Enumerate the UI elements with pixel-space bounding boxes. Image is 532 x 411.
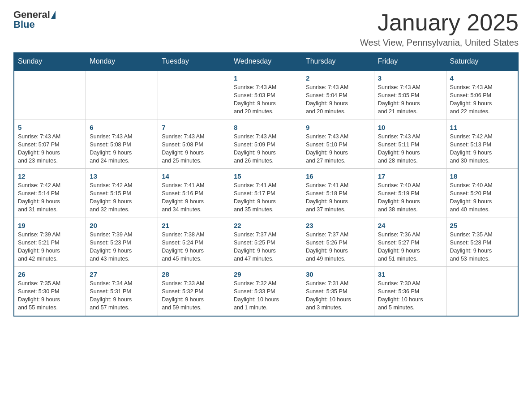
- day-info: Sunrise: 7:32 AMSunset: 5:33 PMDaylight:…: [234, 279, 298, 312]
- day-number: 28: [162, 270, 226, 278]
- day-of-week-header: Friday: [374, 53, 446, 71]
- day-info: Sunrise: 7:43 AMSunset: 5:05 PMDaylight:…: [378, 83, 442, 116]
- day-number: 1: [234, 74, 298, 82]
- calendar-day-cell: 27Sunrise: 7:34 AMSunset: 5:31 PMDayligh…: [86, 267, 158, 316]
- calendar-title: January 2025: [360, 9, 519, 36]
- day-info: Sunrise: 7:37 AMSunset: 5:25 PMDaylight:…: [234, 231, 298, 263]
- calendar-day-cell: [86, 70, 158, 120]
- logo: General Blue: [13, 9, 56, 30]
- calendar-day-cell: 15Sunrise: 7:41 AMSunset: 5:17 PMDayligh…: [230, 169, 302, 218]
- day-number: 9: [306, 124, 370, 131]
- day-number: 18: [450, 172, 514, 180]
- calendar-day-cell: 28Sunrise: 7:33 AMSunset: 5:32 PMDayligh…: [158, 267, 230, 316]
- day-number: 15: [234, 172, 298, 180]
- day-number: 5: [18, 124, 82, 131]
- day-of-week-header: Saturday: [446, 53, 518, 71]
- day-number: 10: [378, 124, 442, 131]
- day-number: 8: [234, 124, 298, 131]
- calendar-day-cell: 3Sunrise: 7:43 AMSunset: 5:05 PMDaylight…: [374, 70, 446, 120]
- calendar-day-cell: 4Sunrise: 7:43 AMSunset: 5:06 PMDaylight…: [446, 70, 518, 120]
- calendar-day-cell: [446, 267, 518, 316]
- day-info: Sunrise: 7:43 AMSunset: 5:08 PMDaylight:…: [162, 133, 226, 165]
- day-number: 31: [378, 270, 442, 278]
- calendar-day-cell: 25Sunrise: 7:35 AMSunset: 5:28 PMDayligh…: [446, 218, 518, 267]
- calendar-day-cell: 19Sunrise: 7:39 AMSunset: 5:21 PMDayligh…: [14, 218, 86, 267]
- day-info: Sunrise: 7:36 AMSunset: 5:27 PMDaylight:…: [378, 231, 442, 263]
- calendar-day-cell: 8Sunrise: 7:43 AMSunset: 5:09 PMDaylight…: [230, 120, 302, 169]
- day-number: 19: [18, 222, 82, 229]
- logo-blue-text: Blue: [13, 19, 35, 30]
- day-number: 13: [90, 172, 154, 180]
- day-number: 23: [306, 222, 370, 229]
- calendar-week-row: 12Sunrise: 7:42 AMSunset: 5:14 PMDayligh…: [14, 169, 518, 218]
- day-info: Sunrise: 7:42 AMSunset: 5:13 PMDaylight:…: [450, 133, 514, 165]
- calendar-day-cell: 30Sunrise: 7:31 AMSunset: 5:35 PMDayligh…: [302, 267, 374, 316]
- calendar-day-cell: 5Sunrise: 7:43 AMSunset: 5:07 PMDaylight…: [14, 120, 86, 169]
- title-area: January 2025 West View, Pennsylvania, Un…: [360, 9, 519, 48]
- page-header: General Blue January 2025 West View, Pen…: [13, 9, 519, 48]
- day-of-week-header: Monday: [86, 53, 158, 71]
- calendar-day-cell: 17Sunrise: 7:40 AMSunset: 5:19 PMDayligh…: [374, 169, 446, 218]
- day-of-week-header: Wednesday: [230, 53, 302, 71]
- day-number: 14: [162, 172, 226, 180]
- calendar-day-cell: 23Sunrise: 7:37 AMSunset: 5:26 PMDayligh…: [302, 218, 374, 267]
- calendar-day-cell: 12Sunrise: 7:42 AMSunset: 5:14 PMDayligh…: [14, 169, 86, 218]
- calendar-day-cell: 31Sunrise: 7:30 AMSunset: 5:36 PMDayligh…: [374, 267, 446, 316]
- day-info: Sunrise: 7:43 AMSunset: 5:11 PMDaylight:…: [378, 133, 442, 165]
- calendar-header-row: SundayMondayTuesdayWednesdayThursdayFrid…: [14, 53, 518, 71]
- day-number: 17: [378, 172, 442, 180]
- calendar-subtitle: West View, Pennsylvania, United States: [360, 38, 519, 48]
- calendar-day-cell: 7Sunrise: 7:43 AMSunset: 5:08 PMDaylight…: [158, 120, 230, 169]
- day-number: 2: [306, 74, 370, 82]
- day-info: Sunrise: 7:41 AMSunset: 5:16 PMDaylight:…: [162, 181, 226, 214]
- day-number: 11: [450, 124, 514, 131]
- day-number: 3: [378, 74, 442, 82]
- day-info: Sunrise: 7:43 AMSunset: 5:06 PMDaylight:…: [450, 83, 514, 116]
- day-number: 25: [450, 222, 514, 229]
- day-info: Sunrise: 7:39 AMSunset: 5:21 PMDaylight:…: [18, 231, 82, 263]
- day-info: Sunrise: 7:34 AMSunset: 5:31 PMDaylight:…: [90, 279, 154, 312]
- day-number: 24: [378, 222, 442, 229]
- calendar-day-cell: 14Sunrise: 7:41 AMSunset: 5:16 PMDayligh…: [158, 169, 230, 218]
- day-number: 30: [306, 270, 370, 278]
- day-info: Sunrise: 7:31 AMSunset: 5:35 PMDaylight:…: [306, 279, 370, 312]
- day-info: Sunrise: 7:37 AMSunset: 5:26 PMDaylight:…: [306, 231, 370, 263]
- day-number: 12: [18, 172, 82, 180]
- calendar-day-cell: 21Sunrise: 7:38 AMSunset: 5:24 PMDayligh…: [158, 218, 230, 267]
- day-info: Sunrise: 7:33 AMSunset: 5:32 PMDaylight:…: [162, 279, 226, 312]
- calendar-day-cell: 20Sunrise: 7:39 AMSunset: 5:23 PMDayligh…: [86, 218, 158, 267]
- day-number: 29: [234, 270, 298, 278]
- calendar-day-cell: 22Sunrise: 7:37 AMSunset: 5:25 PMDayligh…: [230, 218, 302, 267]
- calendar-day-cell: 18Sunrise: 7:40 AMSunset: 5:20 PMDayligh…: [446, 169, 518, 218]
- day-info: Sunrise: 7:43 AMSunset: 5:07 PMDaylight:…: [18, 133, 82, 165]
- calendar-week-row: 19Sunrise: 7:39 AMSunset: 5:21 PMDayligh…: [14, 218, 518, 267]
- calendar-day-cell: [158, 70, 230, 120]
- logo-triangle-icon: [51, 11, 56, 19]
- calendar-day-cell: 26Sunrise: 7:35 AMSunset: 5:30 PMDayligh…: [14, 267, 86, 316]
- calendar-day-cell: 11Sunrise: 7:42 AMSunset: 5:13 PMDayligh…: [446, 120, 518, 169]
- calendar-table: SundayMondayTuesdayWednesdayThursdayFrid…: [13, 52, 519, 317]
- calendar-day-cell: 24Sunrise: 7:36 AMSunset: 5:27 PMDayligh…: [374, 218, 446, 267]
- day-number: 26: [18, 270, 82, 278]
- day-number: 27: [90, 270, 154, 278]
- day-info: Sunrise: 7:43 AMSunset: 5:08 PMDaylight:…: [90, 133, 154, 165]
- day-info: Sunrise: 7:43 AMSunset: 5:04 PMDaylight:…: [306, 83, 370, 116]
- day-number: 16: [306, 172, 370, 180]
- calendar-day-cell: 16Sunrise: 7:41 AMSunset: 5:18 PMDayligh…: [302, 169, 374, 218]
- day-of-week-header: Tuesday: [158, 53, 230, 71]
- calendar-day-cell: [14, 70, 86, 120]
- day-number: 4: [450, 74, 514, 82]
- day-number: 20: [90, 222, 154, 229]
- calendar-week-row: 1Sunrise: 7:43 AMSunset: 5:03 PMDaylight…: [14, 70, 518, 120]
- calendar-day-cell: 9Sunrise: 7:43 AMSunset: 5:10 PMDaylight…: [302, 120, 374, 169]
- calendar-day-cell: 6Sunrise: 7:43 AMSunset: 5:08 PMDaylight…: [86, 120, 158, 169]
- day-info: Sunrise: 7:43 AMSunset: 5:09 PMDaylight:…: [234, 133, 298, 165]
- day-number: 22: [234, 222, 298, 229]
- day-info: Sunrise: 7:43 AMSunset: 5:03 PMDaylight:…: [234, 83, 298, 116]
- day-info: Sunrise: 7:40 AMSunset: 5:19 PMDaylight:…: [378, 181, 442, 214]
- day-number: 6: [90, 124, 154, 131]
- day-number: 7: [162, 124, 226, 131]
- day-info: Sunrise: 7:42 AMSunset: 5:15 PMDaylight:…: [90, 181, 154, 214]
- day-of-week-header: Sunday: [14, 53, 86, 71]
- day-info: Sunrise: 7:38 AMSunset: 5:24 PMDaylight:…: [162, 231, 226, 263]
